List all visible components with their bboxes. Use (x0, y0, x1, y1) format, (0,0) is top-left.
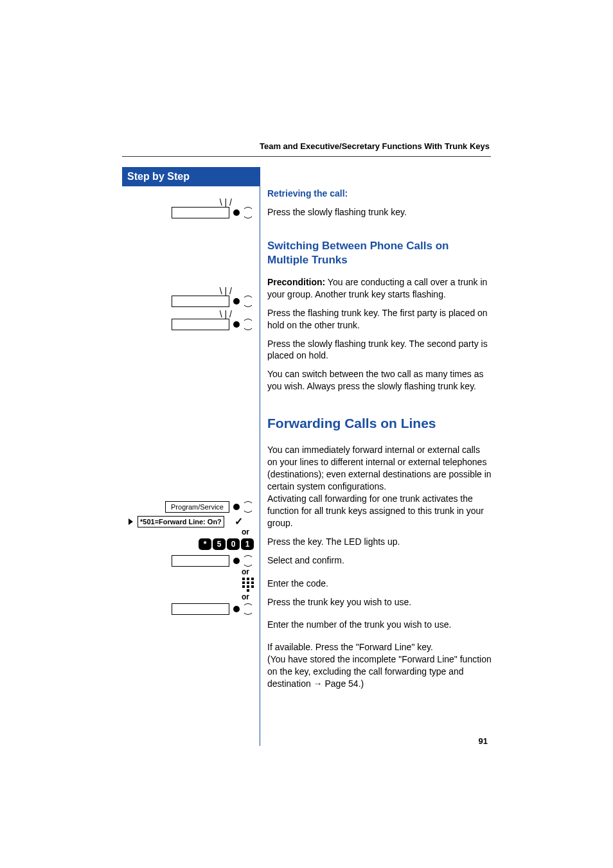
led-ring-icon (242, 603, 254, 615)
led-dot-icon (233, 606, 240, 612)
led-ring-icon (242, 207, 254, 218)
key-box (172, 319, 229, 330)
key-box (172, 296, 229, 307)
press-slow-text: Press the slowly flashing trunk key. The… (267, 338, 492, 362)
menu-option-box: *501=Forward Line: On? (138, 516, 224, 527)
precondition-label: Precondition: (267, 277, 325, 287)
led-ring-icon (242, 296, 254, 307)
stored-note-text: (You have stored the incomplete "Forward… (267, 654, 492, 689)
trunk-key-flashing-3: \ | / (122, 319, 254, 330)
select-confirm: Select and confirm. (267, 554, 492, 567)
enter-code: Enter the code. (267, 578, 492, 590)
if-available-text: If available. Press the "Forward Line" k… (267, 642, 433, 652)
forwarding-intro-text: You can immediately forward internal or … (267, 445, 492, 492)
retrieving-text: Press the slowly flashing trunk key. (267, 206, 492, 218)
if-available-para: If available. Press the "Forward Line" k… (267, 641, 492, 690)
step-by-step-sidebar: Step by Step (122, 167, 260, 746)
page-number: 91 (479, 736, 488, 746)
code-key-group: * 5 0 1 (199, 538, 254, 550)
switching-heading: Switching Between Phone Calls on Multipl… (267, 239, 492, 267)
section-header: Team and Executive/Secretary Functions W… (260, 141, 490, 151)
forwarding-heading: Forwarding Calls on Lines (267, 414, 492, 432)
or-label: or (242, 527, 249, 536)
precondition-para: Precondition: You are conducting a call … (267, 276, 492, 301)
sidebar-heading: Step by Step (122, 167, 260, 186)
checkmark-icon: ✓ (235, 515, 243, 527)
forwarding-activating-text: Activating call forwarding for one trunk… (267, 493, 484, 528)
code-keys: * 5 0 1 (122, 538, 254, 550)
forward-line-key (122, 603, 254, 615)
flash-indicator-icon: \ | / (220, 198, 232, 207)
forwarding-intro: You can immediately forward internal or … (267, 444, 492, 529)
led-ring-icon (242, 319, 254, 330)
or-label: or (242, 592, 249, 601)
code-key-star: * (199, 538, 211, 550)
trunk-key-flashing-2: \ | / (122, 296, 254, 307)
header-rule (122, 156, 491, 157)
led-ring-icon (242, 555, 254, 567)
main-content: Retrieving the call: Press the slowly fl… (267, 188, 492, 696)
press-key-led: Press the key. The LED lights up. (267, 536, 492, 548)
key-box (172, 555, 229, 567)
flash-indicator-icon: \ | / (220, 310, 232, 319)
retrieving-heading: Retrieving the call: (267, 188, 492, 200)
code-key-0: 0 (227, 538, 240, 550)
press-flashing-text: Press the flashing trunk key. The first … (267, 307, 492, 332)
code-key-5: 5 (213, 538, 226, 550)
key-box (172, 207, 229, 218)
key-box-labeled: Program/Service (165, 501, 229, 513)
or-label: or (242, 567, 249, 576)
flash-indicator-icon: \ | / (220, 287, 232, 296)
keypad-row (122, 578, 254, 590)
led-dot-icon (233, 558, 240, 564)
enter-trunk-num: Enter the number of the trunk you wish t… (267, 619, 492, 631)
led-dot-icon (233, 504, 240, 510)
led-dot-icon (233, 209, 240, 216)
code-key-1: 1 (241, 538, 254, 550)
page-ref: → Page 54.) (314, 678, 364, 689)
led-dot-icon (233, 321, 240, 328)
forward-line-menu: *501=Forward Line: On? ✓ (122, 515, 254, 527)
switch-info-text: You can switch between the two call as m… (267, 368, 492, 393)
trunk-key-row (122, 555, 254, 567)
trunk-key-flashing-1: \ | / (122, 207, 254, 218)
menu-arrow-icon (129, 518, 133, 525)
program-service-key: Program/Service (122, 501, 254, 513)
led-ring-icon (242, 501, 254, 513)
keypad-icon (242, 578, 254, 590)
led-dot-icon (233, 298, 240, 305)
press-trunk-use: Press the trunk key you wish to use. (267, 596, 492, 608)
key-box (172, 603, 229, 615)
